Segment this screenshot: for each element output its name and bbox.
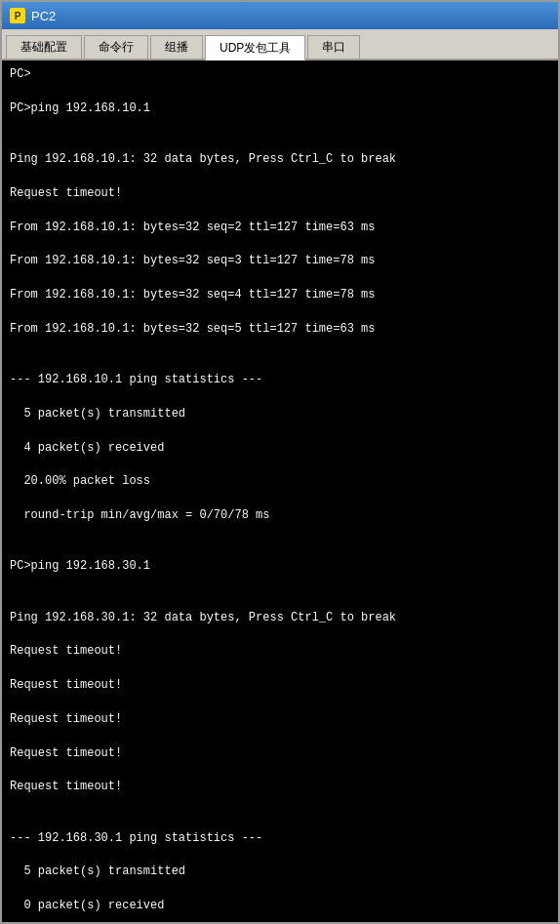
terminal-line: Ping 192.168.10.1: 32 data bytes, Press … (10, 151, 550, 168)
terminal-line: Request timeout! (10, 779, 550, 795)
terminal-line: 20.00% packet loss (10, 473, 550, 490)
terminal-line: round-trip min/avg/max = 0/70/78 ms (10, 507, 550, 524)
terminal-line: PC>ping 192.168.30.1 (10, 558, 550, 575)
tab-bar: 基础配置 命令行 组播 UDP发包工具 串口 (2, 29, 558, 60)
tab-multicast[interactable]: 组播 (150, 35, 203, 59)
terminal-line: Request timeout! (10, 677, 550, 694)
terminal-line: Ping 192.168.30.1: 32 data bytes, Press … (10, 610, 550, 626)
tab-udp[interactable]: UDP发包工具 (205, 35, 305, 60)
tab-cmd[interactable]: 命令行 (84, 35, 148, 59)
app-icon: P (10, 8, 25, 23)
terminal-line: From 192.168.10.1: bytes=32 seq=5 ttl=12… (10, 321, 550, 338)
tab-basic[interactable]: 基础配置 (6, 35, 82, 59)
terminal-line: Request timeout! (10, 185, 550, 202)
terminal-line: PC>ping 192.168.10.1 (10, 100, 550, 117)
terminal-line: From 192.168.10.1: bytes=32 seq=4 ttl=12… (10, 287, 550, 303)
terminal-line: Request timeout! (10, 711, 550, 728)
window-title: PC2 (31, 9, 56, 23)
terminal-line: 0 packet(s) received (10, 898, 550, 914)
terminal-output[interactable]: PC> PC>ping 192.168.10.1 Ping 192.168.10… (2, 60, 558, 922)
terminal-line: --- 192.168.30.1 ping statistics --- (10, 830, 550, 847)
terminal-line: 4 packet(s) received (10, 440, 550, 457)
terminal-line: Request timeout! (10, 643, 550, 660)
title-bar: P PC2 (2, 2, 558, 29)
tab-serial[interactable]: 串口 (307, 35, 360, 59)
terminal-line: From 192.168.10.1: bytes=32 seq=3 ttl=12… (10, 253, 550, 269)
terminal-line: --- 192.168.10.1 ping statistics --- (10, 372, 550, 388)
terminal-line: PC> (10, 66, 550, 83)
terminal-line: 5 packet(s) transmitted (10, 406, 550, 422)
terminal-line: From 192.168.10.1: bytes=32 seq=2 ttl=12… (10, 220, 550, 236)
main-window: P PC2 基础配置 命令行 组播 UDP发包工具 串口 PC> PC>ping… (0, 0, 560, 924)
terminal-line: 5 packet(s) transmitted (10, 864, 550, 880)
terminal-line: Request timeout! (10, 745, 550, 762)
